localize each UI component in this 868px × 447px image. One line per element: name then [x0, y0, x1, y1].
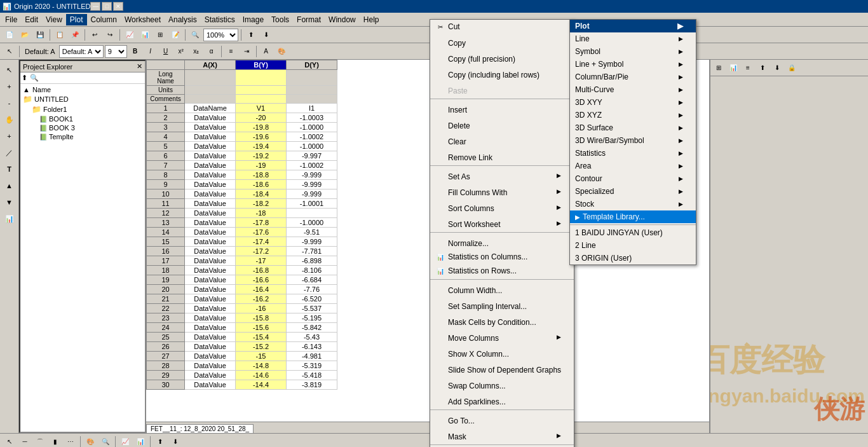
mask-item[interactable]: Mask ▶: [430, 427, 574, 443]
col-width-item[interactable]: Column Width...: [430, 281, 574, 297]
b-2[interactable]: -20: [236, 113, 287, 123]
d-14[interactable]: -9.51: [287, 228, 337, 237]
plot-linesymbol-item[interactable]: Line + Symbol ▶: [570, 58, 696, 71]
a-4[interactable]: DataValue: [185, 132, 236, 142]
menu-view[interactable]: View: [42, 14, 66, 25]
color-btn[interactable]: A: [259, 45, 273, 58]
paste-btn[interactable]: 📌: [68, 28, 82, 42]
matrix-btn[interactable]: ⊞: [153, 28, 167, 42]
a-25[interactable]: DataValue: [185, 333, 236, 342]
graph-btn[interactable]: 📈: [123, 28, 137, 42]
menu-tools[interactable]: Tools: [268, 14, 293, 25]
bt-import[interactable]: ⬆: [153, 435, 167, 448]
b-13[interactable]: -17.8: [236, 218, 287, 228]
d-4[interactable]: -1.0002: [287, 132, 337, 142]
rp-btn6[interactable]: 🔒: [785, 61, 799, 75]
d-5[interactable]: -1.0000: [287, 142, 337, 151]
b-18[interactable]: -16.8: [236, 266, 287, 275]
tool-up[interactable]: ▲: [2, 178, 17, 193]
stats-col-item[interactable]: 📊Statistics on Columns...: [430, 250, 574, 264]
a-12[interactable]: DataValue: [185, 209, 236, 218]
a-longname[interactable]: [185, 70, 236, 86]
plot-symbol-item[interactable]: Symbol ▶: [570, 45, 696, 58]
d-13[interactable]: -1.0000: [287, 218, 337, 228]
move-cols-item[interactable]: Move Columns ▶: [430, 329, 574, 345]
a-1[interactable]: DataName: [185, 104, 236, 113]
d-21[interactable]: -6.520: [287, 294, 337, 304]
b-20[interactable]: -16.4: [236, 285, 287, 294]
a-14[interactable]: DataValue: [185, 228, 236, 237]
wrap-btn[interactable]: ⇥: [240, 45, 254, 58]
size-dropdown[interactable]: 9: [105, 45, 127, 58]
d-27[interactable]: -4.981: [287, 352, 337, 361]
new-btn[interactable]: 📄: [3, 28, 17, 42]
undo-btn[interactable]: ↩: [88, 28, 102, 42]
plot-origin-item[interactable]: 3 ORIGIN (User): [570, 252, 696, 265]
clear-item[interactable]: Clear: [430, 132, 574, 148]
menu-plot[interactable]: Plot: [66, 14, 87, 25]
tree-book3[interactable]: 📗 BOOK 3: [22, 123, 144, 132]
close-button[interactable]: ✕: [113, 2, 123, 11]
a-comments[interactable]: [185, 95, 236, 104]
proj-filter-icon[interactable]: 🔍: [30, 74, 39, 82]
alpha-btn[interactable]: α: [205, 45, 219, 58]
pointer-btn[interactable]: ↖: [3, 45, 17, 58]
insert-item[interactable]: Insert: [430, 100, 574, 116]
d-20[interactable]: -7.76: [287, 285, 337, 294]
a-23[interactable]: DataValue: [185, 313, 236, 323]
a-units[interactable]: [185, 86, 236, 95]
b-27[interactable]: -15: [236, 352, 287, 361]
plot-statistics-item[interactable]: Statistics ▶: [570, 147, 696, 160]
menu-analysis[interactable]: Analysis: [165, 14, 201, 25]
b-29[interactable]: -14.6: [236, 371, 287, 380]
d-19[interactable]: -6.684: [287, 275, 337, 285]
plot-3dxyz-item[interactable]: 3D XYZ ▶: [570, 109, 696, 121]
project-close-icon[interactable]: ✕: [137, 62, 142, 71]
a-24[interactable]: DataValue: [185, 323, 236, 333]
d-26[interactable]: -6.143: [287, 342, 337, 352]
tree-folder1[interactable]: 📁 Folder1: [22, 104, 144, 114]
normalize-item[interactable]: Normalize...: [430, 234, 574, 250]
d-12[interactable]: [287, 209, 337, 218]
tool-add-col[interactable]: +: [2, 128, 17, 144]
b-6[interactable]: -19.2: [236, 151, 287, 161]
a-20[interactable]: DataValue: [185, 285, 236, 294]
d-1[interactable]: I1: [287, 104, 337, 113]
a-8[interactable]: DataValue: [185, 170, 236, 180]
redo-btn[interactable]: ↪: [103, 28, 117, 42]
a-3[interactable]: DataValue: [185, 123, 236, 132]
note-btn[interactable]: 📝: [168, 28, 182, 42]
rp-btn4[interactable]: ⬆: [756, 61, 770, 75]
export-btn[interactable]: ⬇: [259, 28, 273, 42]
a-10[interactable]: DataValue: [185, 189, 236, 199]
subscript-btn[interactable]: x₂: [189, 45, 203, 58]
plot-submenu[interactable]: Plot ▶ Line ▶ Symbol ▶ Line + Symbol ▶ C…: [569, 19, 696, 265]
plot-3dwire-item[interactable]: 3D Wire/Bar/Symbol ▶: [570, 134, 696, 147]
b-10[interactable]: -18.4: [236, 189, 287, 199]
menu-window[interactable]: Window: [325, 14, 360, 25]
copy-btn[interactable]: 📋: [53, 28, 67, 42]
plot-area-item[interactable]: Area ▶: [570, 160, 696, 172]
d-28[interactable]: -5.319: [287, 361, 337, 371]
b-12[interactable]: -18: [236, 209, 287, 218]
copy-label-item[interactable]: Copy (including label rows): [430, 65, 574, 81]
italic-btn[interactable]: I: [144, 45, 158, 58]
d-18[interactable]: -8.106: [287, 266, 337, 275]
d-15[interactable]: -9.999: [287, 237, 337, 247]
save-btn[interactable]: 💾: [33, 28, 47, 42]
d-units[interactable]: [287, 86, 337, 95]
a-28[interactable]: DataValue: [185, 361, 236, 371]
delete-item[interactable]: Delete: [430, 116, 574, 132]
rp-btn1[interactable]: ⊞: [712, 61, 726, 75]
a-2[interactable]: DataValue: [185, 113, 236, 123]
b-16[interactable]: -17.2: [236, 247, 287, 256]
swap-cols-item[interactable]: Swap Columns...: [430, 376, 574, 392]
superscript-btn[interactable]: x²: [174, 45, 188, 58]
plot-contour-item[interactable]: Contour ▶: [570, 172, 696, 185]
b-longname[interactable]: [236, 70, 287, 86]
d-24[interactable]: -5.842: [287, 323, 337, 333]
d-longname[interactable]: [287, 70, 337, 86]
b-17[interactable]: -17: [236, 256, 287, 266]
a-18[interactable]: DataValue: [185, 266, 236, 275]
bt-scatter[interactable]: ⋯: [64, 435, 78, 448]
